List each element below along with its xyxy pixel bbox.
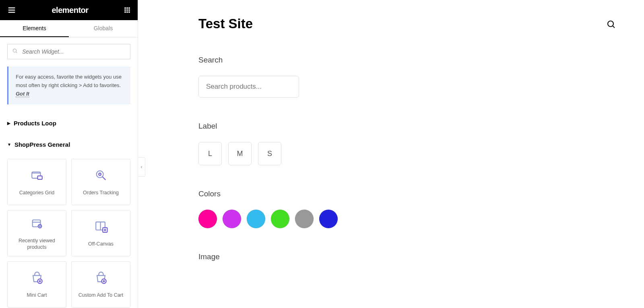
chevron-down-icon: ▼ — [7, 142, 11, 147]
svg-rect-4 — [126, 7, 128, 8]
widget-grid: Categories Grid Orders Tracking Recently… — [7, 159, 130, 308]
widget-recently-viewed[interactable]: Recently viewed products — [7, 210, 66, 256]
widget-label: Off-Canvas — [88, 241, 114, 247]
widget-label: Mini Cart — [27, 292, 47, 298]
canvas-header: Test Site — [198, 16, 616, 31]
svg-rect-8 — [128, 9, 130, 10]
category-header[interactable]: ▼ ShopPress General — [7, 135, 130, 154]
label-options: L M S — [198, 142, 616, 165]
svg-point-21 — [39, 225, 40, 227]
canvas: Test Site Search Label L M S Colors — [138, 0, 644, 308]
sidebar-body: For easy access, favorite the widgets yo… — [0, 37, 138, 308]
panel-plus-icon — [94, 220, 108, 235]
section-search: Search — [198, 56, 616, 98]
search-products-input[interactable] — [198, 76, 299, 98]
svg-point-12 — [13, 49, 16, 52]
section-title: Image — [198, 252, 616, 261]
map-pin-search-icon — [94, 169, 108, 184]
sidebar-tabs: Elements Globals — [0, 20, 138, 37]
color-swatch[interactable] — [295, 210, 314, 228]
svg-rect-5 — [128, 7, 130, 8]
section-title: Label — [198, 122, 616, 131]
color-swatch[interactable] — [223, 210, 241, 228]
svg-line-18 — [102, 177, 105, 180]
label-option-l[interactable]: L — [198, 142, 222, 165]
section-colors: Colors — [198, 189, 616, 228]
search-icon — [12, 48, 18, 55]
svg-rect-7 — [126, 9, 128, 10]
category-name: ShopPress General — [14, 141, 70, 148]
category-products-loop: ▶ Products Loop — [7, 114, 130, 132]
apps-grid-icon[interactable] — [124, 7, 130, 13]
section-title: Search — [198, 56, 616, 65]
widget-categories-grid[interactable]: Categories Grid — [7, 159, 66, 205]
svg-rect-6 — [124, 9, 126, 10]
svg-point-33 — [608, 21, 613, 27]
tip-got-it[interactable]: Got It — [16, 91, 29, 97]
widget-orders-tracking[interactable]: Orders Tracking — [71, 159, 130, 205]
bag-plus-icon — [94, 271, 108, 286]
search-widget-input[interactable] — [7, 44, 130, 59]
color-swatch[interactable] — [271, 210, 289, 228]
svg-rect-15 — [37, 176, 42, 179]
color-swatches — [198, 210, 616, 228]
chevron-right-icon: ▶ — [7, 121, 10, 125]
svg-rect-9 — [124, 11, 126, 12]
favorites-tip: For easy access, favorite the widgets yo… — [7, 67, 130, 104]
svg-rect-11 — [128, 11, 130, 12]
site-title: Test Site — [198, 16, 253, 31]
widget-label: Orders Tracking — [83, 189, 119, 196]
svg-line-34 — [613, 26, 615, 28]
tip-text: For easy access, favorite the widgets yo… — [16, 74, 122, 88]
folder-icon — [30, 169, 44, 184]
widget-off-canvas[interactable]: Off-Canvas — [71, 210, 130, 256]
box-eye-icon — [30, 216, 44, 232]
category-name: Products Loop — [14, 120, 56, 127]
svg-line-13 — [16, 52, 17, 53]
label-option-m[interactable]: M — [228, 142, 252, 165]
search-icon[interactable] — [606, 19, 616, 31]
widget-custom-add-to-cart[interactable]: Custom Add To Cart — [71, 261, 130, 308]
color-swatch[interactable] — [247, 210, 265, 228]
svg-point-17 — [99, 173, 101, 175]
color-swatch[interactable] — [198, 210, 217, 228]
category-header[interactable]: ▶ Products Loop — [7, 114, 130, 132]
category-shoppress-general: ▼ ShopPress General Categories Grid — [7, 135, 130, 308]
bag-plus-icon — [30, 271, 44, 286]
color-swatch[interactable] — [319, 210, 338, 228]
tab-globals[interactable]: Globals — [69, 20, 138, 37]
sidebar-header: elementor — [0, 0, 138, 20]
menu-icon[interactable] — [7, 6, 16, 15]
section-title: Colors — [198, 189, 616, 198]
tab-elements[interactable]: Elements — [0, 20, 69, 37]
section-image: Image — [198, 252, 616, 261]
widget-label: Categories Grid — [19, 189, 55, 196]
widget-mini-cart[interactable]: Mini Cart — [7, 261, 66, 308]
svg-rect-3 — [124, 7, 126, 8]
widget-label: Recently viewed products — [11, 237, 63, 251]
search-widget-wrap — [7, 44, 130, 59]
logo: elementor — [52, 6, 88, 15]
svg-point-16 — [96, 171, 103, 177]
sidebar: elementor Elements Globals For easy acce… — [0, 0, 138, 308]
label-option-s[interactable]: S — [258, 142, 281, 165]
section-label: Label L M S — [198, 122, 616, 165]
svg-rect-10 — [126, 11, 128, 12]
widget-label: Custom Add To Cart — [78, 292, 124, 298]
